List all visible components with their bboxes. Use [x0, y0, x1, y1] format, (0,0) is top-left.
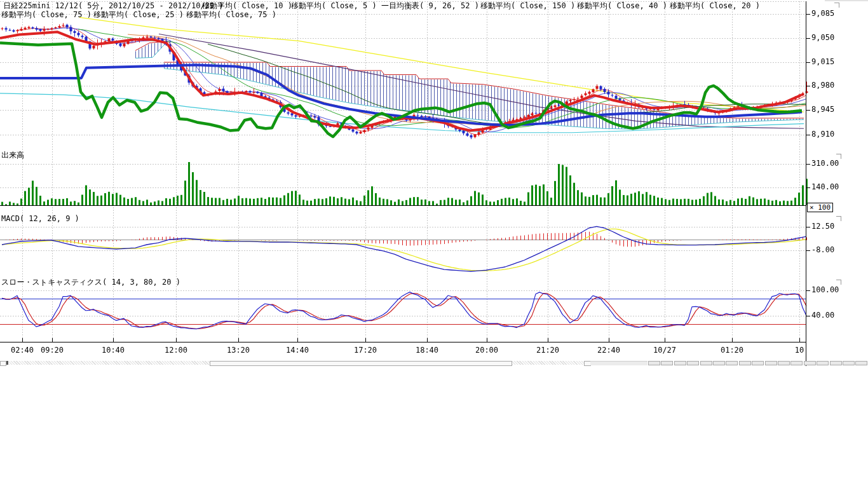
stoch-tick-label: 100.00	[811, 286, 839, 294]
macd-tick-label: -8.00	[811, 246, 834, 254]
legend-item: 移動平均( Close, 5 )	[291, 2, 377, 10]
legend-item: 一目均衡表( 9, 26, 52 )	[381, 2, 479, 10]
window-edge-strip	[825, 0, 868, 1]
volume-tick-label: 310.00	[811, 159, 839, 168]
time-tick-label: 17:20	[354, 346, 377, 355]
scrollbar-segment	[739, 361, 751, 365]
scrollbar-track[interactable]	[9, 361, 210, 365]
panel-collapse-mark-price[interactable]	[834, 3, 839, 8]
time-tick-label: 12:00	[165, 346, 187, 355]
price-tick-label: 8,945	[811, 105, 834, 114]
scrollbar-segment	[855, 361, 867, 365]
scrollbar-segment	[778, 361, 790, 365]
scrollbar-segment	[830, 361, 842, 365]
time-tick-label: 09:20	[41, 346, 64, 355]
price-tick-label: 9,085	[811, 10, 834, 18]
price-tick-label: 9,015	[811, 58, 834, 66]
chart-canvas[interactable]	[0, 0, 868, 488]
scrollbar-segment	[687, 361, 699, 365]
legend-item: 移動平均( Close, 75 )	[1, 11, 92, 19]
macd-tick-label: 12.50	[811, 222, 834, 231]
volume-multiplier-badge: × 100	[807, 203, 833, 212]
scrollbar-segment	[648, 361, 660, 365]
scrollbar-segment	[817, 361, 829, 365]
scrollbar-segment	[713, 361, 725, 365]
panel-collapse-mark-volume[interactable]	[836, 154, 841, 159]
price-tick-label: 9,050	[811, 34, 834, 42]
scrollbar-segment	[661, 361, 673, 365]
time-tick-label: 10:40	[102, 346, 125, 355]
scrollbar-thumb-main[interactable]	[210, 361, 512, 366]
legend-item: 移動平均( Close, 150 )	[480, 2, 575, 10]
legend-item: 移動平均( Close, 40 )	[577, 2, 667, 10]
time-tick-label: 21:20	[536, 346, 559, 355]
time-tick-label: 10	[795, 346, 804, 355]
price-tick-label: 8,980	[811, 81, 834, 90]
volume-panel-title: 出来高	[1, 151, 24, 159]
legend-item: 移動平均( Close, 25 )	[93, 11, 184, 19]
volume-tick-label: 140.00	[811, 183, 839, 191]
scrollbar-segment	[700, 361, 712, 365]
scrollbar-track[interactable]	[512, 361, 584, 365]
legend-item: 移動平均( Close, 10 )	[202, 2, 292, 10]
legend-item: 移動平均( Close, 20 )	[670, 2, 760, 10]
scrollbar-track-plain[interactable]	[590, 361, 648, 365]
horizontal-scrollbar[interactable]	[0, 361, 868, 366]
legend-item: 日経225mini 12/12( 5分, 2012/10/25 - 2012/1…	[3, 2, 224, 10]
legend-item: 移動平均( Close, 75 )	[186, 11, 276, 19]
scrollbar-segment	[804, 361, 816, 365]
scrollbar-drag-handle[interactable]	[6, 361, 8, 365]
macd-panel-title: MACD( 12, 26, 9 )	[1, 215, 79, 223]
scrollbar-segment	[674, 361, 686, 365]
scrollbar-thumb-left[interactable]	[0, 361, 6, 366]
panel-collapse-mark-macd[interactable]	[836, 216, 841, 221]
time-tick-label: 18:40	[416, 346, 438, 355]
time-tick-label: 20:00	[475, 346, 498, 355]
time-tick-label: 10/27	[653, 346, 676, 355]
time-tick-label: 13:20	[227, 346, 250, 355]
stoch-tick-label: 40.00	[811, 311, 834, 320]
scrollbar-segment	[843, 361, 855, 365]
stoch-panel-title: スロー・ストキャスティクス( 14, 3, 80, 20 )	[1, 278, 180, 287]
time-tick-label: 22:40	[597, 346, 620, 355]
time-tick-label: 14:40	[286, 346, 309, 355]
scrollbar-segment	[765, 361, 777, 365]
scrollbar-segment	[752, 361, 764, 365]
scrollbar-segment	[790, 361, 803, 365]
time-tick-label: 01:20	[721, 346, 743, 355]
panel-collapse-mark-stoch[interactable]	[836, 280, 841, 285]
price-tick-label: 8,910	[811, 130, 834, 139]
chart-application-window: 日経225mini 12/12( 5分, 2012/10/25 - 2012/1…	[0, 0, 868, 488]
scrollbar-segment	[726, 361, 738, 365]
time-tick-label: 02:40	[11, 346, 34, 355]
